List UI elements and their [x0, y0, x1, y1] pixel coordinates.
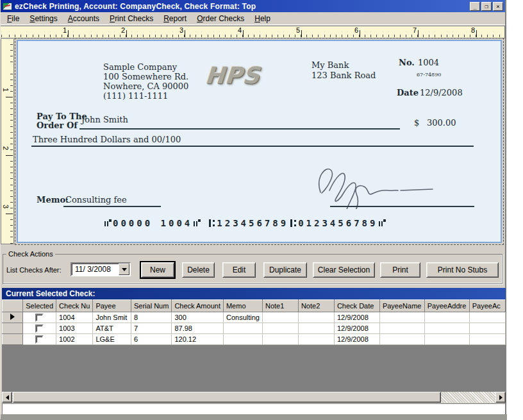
- cell-memo[interactable]: [223, 334, 262, 345]
- cell-note2[interactable]: [298, 334, 334, 345]
- cell-note2[interactable]: [298, 323, 334, 334]
- col-check-date[interactable]: Check Date: [334, 300, 379, 312]
- title-bar: ezCheck Printing, Account: CompanyCheck,…: [1, 0, 505, 12]
- current-selected-check-header: Current Selected Check:: [2, 288, 506, 299]
- cell-payee-addr[interactable]: [424, 312, 469, 323]
- row-selector-current[interactable]: [3, 312, 23, 323]
- company-address1: 100 Somewhere Rd.: [103, 72, 188, 81]
- horizontal-ruler: 1 2 3 4 5 6 7 8: [1, 26, 505, 38]
- check-preview[interactable]: Sample Company 100 Somewhere Rd. Nowhere…: [17, 40, 502, 243]
- print-no-stubs-button[interactable]: Print No Stubs: [426, 262, 499, 278]
- col-check-amount[interactable]: Check Amount: [172, 300, 224, 312]
- check-actions-group-label: Check Actions: [6, 250, 55, 258]
- table-row[interactable]: 1002 LG&E 6 120.12 12/9/2008: [3, 334, 506, 345]
- scrollbar-thumb[interactable]: [13, 392, 441, 403]
- col-payee-addre[interactable]: PayeeAddre: [424, 300, 469, 312]
- cell-note1[interactable]: [262, 323, 298, 334]
- delete-button[interactable]: Delete: [182, 262, 215, 278]
- row-checkbox[interactable]: [35, 335, 44, 344]
- cell-check-date[interactable]: 12/9/2008: [334, 323, 379, 334]
- ruler-number: 1: [2, 88, 10, 96]
- cell-amount[interactable]: 87.98: [172, 323, 224, 334]
- arrow-left-icon: [6, 395, 9, 400]
- menu-order-checks[interactable]: Order Checks: [192, 13, 249, 24]
- cell-check-number[interactable]: 1002: [56, 334, 93, 345]
- cell-note1[interactable]: [262, 334, 298, 345]
- cell-selected[interactable]: [23, 312, 56, 323]
- cell-payee-ac[interactable]: [469, 334, 505, 345]
- col-serial-num[interactable]: Serial Num: [131, 300, 172, 312]
- cell-check-number[interactable]: 1004: [56, 312, 93, 323]
- cell-payee[interactable]: John Smit: [93, 312, 131, 323]
- amount-words-underline: [31, 146, 474, 147]
- menu-help[interactable]: Help: [249, 13, 276, 24]
- cell-payee-ac[interactable]: [469, 312, 505, 323]
- table-row[interactable]: 1003 AT&T 7 87.98 12/9/2008: [3, 323, 506, 334]
- col-payee-ac[interactable]: PayeeAc: [469, 300, 505, 312]
- cell-amount[interactable]: 300: [172, 312, 224, 323]
- col-selected[interactable]: Selected: [23, 300, 56, 312]
- date-filter-combobox[interactable]: 11/ 3/2008: [71, 262, 131, 276]
- cell-check-date[interactable]: 12/9/2008: [334, 312, 379, 323]
- cell-memo[interactable]: Consulting: [223, 312, 262, 323]
- check-date: 12/9/2008: [420, 88, 463, 97]
- cell-payee-addr[interactable]: [424, 323, 469, 334]
- col-check-number[interactable]: Check Nu: [56, 300, 93, 312]
- cell-payee-addr[interactable]: [424, 334, 469, 345]
- row-checkbox[interactable]: [35, 324, 44, 333]
- menu-settings[interactable]: Settings: [24, 13, 62, 24]
- close-button[interactable]: ×: [493, 2, 503, 11]
- duplicate-button[interactable]: Duplicate: [263, 262, 307, 278]
- cell-payee-ac[interactable]: [469, 323, 505, 334]
- memo-label: Memo:: [37, 195, 69, 205]
- micr-onus-symbol: [194, 219, 201, 227]
- col-memo[interactable]: Memo: [223, 300, 262, 312]
- clear-selection-button[interactable]: Clear Selection: [313, 262, 375, 278]
- payee-name: John Smith: [81, 115, 128, 124]
- menu-print-checks[interactable]: Print Checks: [104, 13, 158, 24]
- menu-file[interactable]: File: [2, 13, 24, 24]
- ruler-number: 2: [112, 26, 125, 34]
- cell-payee-name[interactable]: [379, 323, 424, 334]
- company-block: Sample Company 100 Somewhere Rd. Nowhere…: [103, 62, 188, 101]
- cell-payee[interactable]: AT&T: [93, 323, 131, 334]
- window-title: ezCheck Printing, Account: CompanyCheck,…: [15, 2, 470, 11]
- menu-bar: File Settings Accounts Print Checks Repo…: [1, 12, 505, 25]
- cell-serial[interactable]: 8: [131, 312, 172, 323]
- table-row[interactable]: 1004 John Smit 8 300 Consulting 12/9/200…: [3, 312, 506, 323]
- cell-selected[interactable]: [23, 334, 56, 345]
- cell-serial[interactable]: 7: [131, 323, 172, 334]
- scroll-left-button[interactable]: [2, 392, 12, 403]
- horizontal-scrollbar[interactable]: [2, 392, 506, 403]
- memo-underline: [63, 206, 161, 207]
- cell-check-number[interactable]: 1003: [56, 323, 93, 334]
- col-payee-name[interactable]: PayeeName: [379, 300, 424, 312]
- row-checkbox[interactable]: [35, 314, 44, 322]
- date-filter-value: 11/ 3/2008: [72, 265, 119, 274]
- cell-memo[interactable]: [223, 323, 262, 334]
- cell-payee-name[interactable]: [379, 312, 424, 323]
- print-button[interactable]: Print: [380, 262, 420, 278]
- col-note2[interactable]: Note2: [298, 300, 334, 312]
- edit-button[interactable]: Edit: [222, 262, 256, 278]
- cell-serial[interactable]: 6: [131, 334, 172, 345]
- row-selector[interactable]: [3, 323, 23, 334]
- cell-note1[interactable]: [262, 312, 298, 323]
- scroll-right-button[interactable]: [495, 392, 506, 403]
- ruler-number: 1: [54, 26, 67, 34]
- cell-amount[interactable]: 120.12: [172, 334, 224, 345]
- cell-note2[interactable]: [298, 312, 334, 323]
- cell-check-date[interactable]: 12/9/2008: [334, 334, 379, 345]
- row-selector[interactable]: [3, 334, 23, 345]
- col-note1[interactable]: Note1: [262, 300, 298, 312]
- menu-accounts[interactable]: Accounts: [63, 13, 104, 24]
- col-payee[interactable]: Payee: [93, 300, 131, 312]
- new-button[interactable]: New: [141, 262, 174, 278]
- menu-report[interactable]: Report: [158, 13, 192, 24]
- cell-payee[interactable]: LG&E: [93, 334, 131, 345]
- cell-selected[interactable]: [23, 323, 56, 334]
- cell-payee-name[interactable]: [379, 334, 424, 345]
- restore-button[interactable]: ❐: [481, 2, 492, 11]
- minimize-button[interactable]: _: [470, 2, 480, 11]
- date-filter-dropdown-button[interactable]: [119, 264, 129, 275]
